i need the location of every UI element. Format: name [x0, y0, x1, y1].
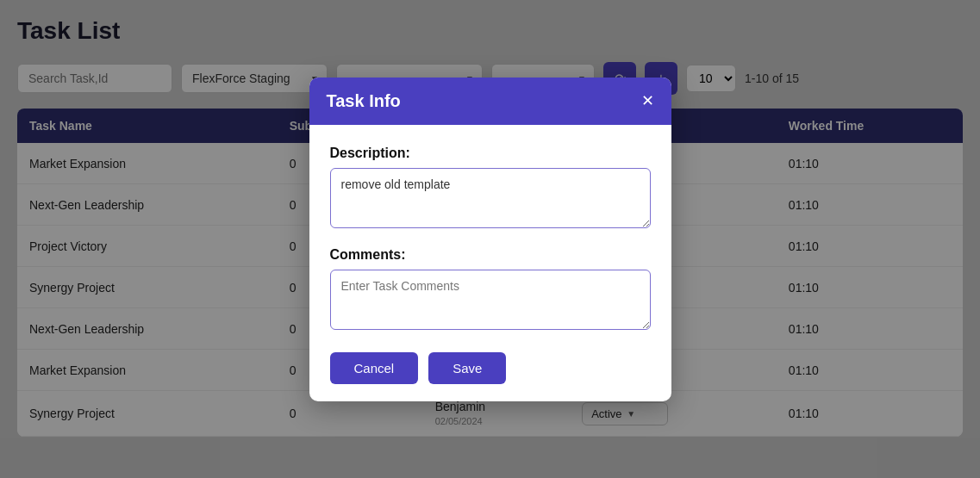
page-container: Task List FlexForce Staging ⟳ + 10 2 [0, 0, 980, 478]
description-label: Description: [330, 146, 651, 161]
comments-textarea[interactable] [330, 270, 651, 330]
task-info-modal: Task Info ✕ Description: Comments: Cance… [309, 78, 671, 401]
modal-title: Task Info [327, 91, 401, 111]
modal-close-button[interactable]: ✕ [641, 93, 654, 109]
description-textarea[interactable] [330, 168, 651, 228]
modal-overlay: Task Info ✕ Description: Comments: Cance… [0, 0, 980, 478]
modal-header: Task Info ✕ [309, 78, 671, 125]
save-button[interactable]: Save [428, 352, 506, 384]
modal-actions: Cancel Save [330, 352, 651, 384]
modal-body: Description: Comments: Cancel Save [309, 125, 671, 401]
cancel-button[interactable]: Cancel [330, 352, 419, 384]
comments-section: Comments: [330, 247, 651, 333]
comments-label: Comments: [330, 247, 651, 263]
